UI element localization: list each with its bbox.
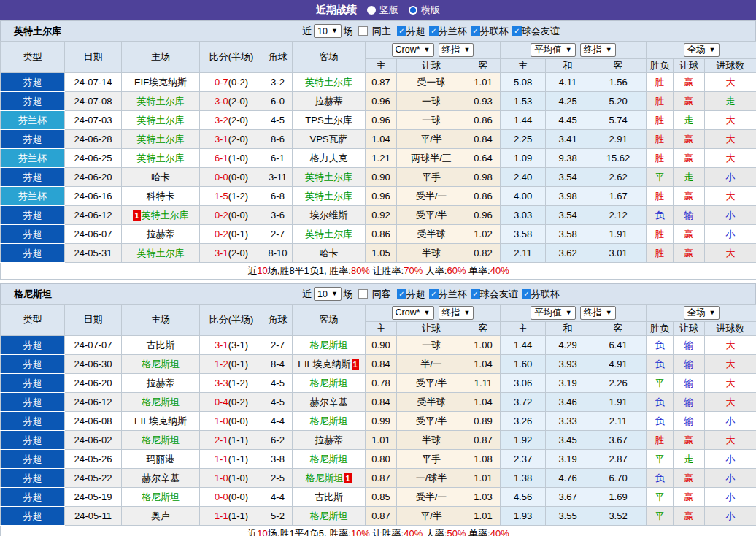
league-type-badge: 芬超 — [1, 469, 65, 488]
same-venue-checkbox[interactable] — [358, 289, 368, 299]
score-cell: 1-1(1-1) — [200, 450, 263, 469]
avg-home: 1.44 — [501, 336, 546, 355]
away-team-name[interactable]: EIF埃克纳斯 — [298, 359, 350, 370]
home-team-name[interactable]: 英特土尔库 — [142, 210, 189, 221]
games-count-select[interactable]: 10▼ — [314, 24, 342, 38]
away-team-name[interactable]: 格尼斯坦 — [310, 453, 348, 464]
avg-draw: 3.45 — [546, 431, 590, 450]
league-filter-checkbox[interactable]: ✓ — [512, 26, 522, 36]
league-filter-checkbox[interactable]: ✓ — [397, 26, 406, 36]
layout-option-vertical[interactable]: 竖版 — [367, 4, 398, 17]
bookmaker-select[interactable]: Crow*▼ — [392, 306, 434, 320]
league-filter-checkbox[interactable]: ✓ — [429, 289, 439, 299]
away-team-name[interactable]: 格尼斯坦 — [310, 340, 348, 351]
average-select[interactable]: 平均值▼ — [531, 43, 575, 57]
away-team-name[interactable]: TPS土尔库 — [305, 115, 352, 126]
home-team-name[interactable]: 赫尔辛基 — [142, 472, 180, 483]
away-team-name[interactable]: 拉赫蒂 — [315, 96, 343, 107]
team-section-home: 英特土尔库 近 10▼ 场 同主 ✓芬超✓芬兰杯✓芬联杯✓球会友谊 类型 日期 … — [0, 20, 756, 280]
league-filter-checkbox[interactable]: ✓ — [471, 26, 480, 36]
away-team-name[interactable]: VPS瓦萨 — [309, 134, 347, 145]
final-europe-select[interactable]: 终指▼ — [580, 306, 616, 320]
halftime-score: (0-2) — [228, 397, 248, 407]
home-team-name[interactable]: 古比斯 — [147, 340, 175, 351]
away-team-name[interactable]: 英特土尔库 — [305, 229, 352, 240]
league-filters: ✓芬超✓芬兰杯✓球会友谊✓芬联杯 — [393, 288, 560, 301]
bookmaker-value: Crow* — [396, 307, 420, 318]
league-filter-checkbox[interactable]: ✓ — [471, 289, 480, 299]
col-corner: 角球 — [263, 305, 293, 336]
corners-cell: 6-1 — [263, 149, 293, 168]
odds-handicap: 平手 — [397, 168, 466, 187]
away-team-name[interactable]: 格尼斯坦 — [310, 510, 348, 521]
score-cell: 1-2(0-1) — [200, 355, 263, 374]
away-team-name[interactable]: 埃尔维斯 — [310, 210, 348, 221]
away-team-name[interactable]: 英特土尔库 — [305, 77, 352, 88]
chevron-down-icon: ▼ — [464, 47, 471, 53]
home-team-name[interactable]: EIF埃克纳斯 — [134, 77, 187, 88]
col-avg-draw: 和 — [546, 322, 590, 336]
home-team-name[interactable]: 格尼斯坦 — [142, 359, 180, 370]
away-team-name[interactable]: 英特土尔库 — [305, 172, 352, 183]
home-team-name[interactable]: 英特土尔库 — [137, 96, 185, 107]
summary-part: 70% — [404, 265, 423, 276]
avg-away: 3.67 — [590, 431, 647, 450]
odds-handicap: 一球 — [397, 92, 466, 111]
league-filter-checkbox[interactable]: ✓ — [429, 26, 439, 36]
home-team-name[interactable]: 格尼斯坦 — [142, 491, 180, 502]
away-team-name[interactable]: 格尼斯坦 — [310, 416, 348, 426]
home-team-name[interactable]: 英特土尔库 — [137, 248, 185, 259]
away-team-name[interactable]: 英特土尔库 — [305, 191, 352, 202]
avg-draw: 4.76 — [546, 469, 590, 488]
same-venue-checkbox[interactable] — [358, 26, 368, 36]
match-row: 芬超24-05-26玛丽港1-1(1-1)3-8格尼斯坦0.80平手1.082.… — [1, 450, 756, 469]
league-filter-checkbox[interactable]: ✓ — [522, 289, 531, 299]
avg-draw: 3.19 — [546, 374, 590, 393]
home-team-name[interactable]: 英特土尔库 — [137, 134, 185, 145]
avg-home: 1.92 — [501, 431, 546, 450]
bookmaker-select[interactable]: Crow*▼ — [392, 43, 434, 57]
league-type-badge: 芬超 — [1, 355, 65, 374]
home-team-name[interactable]: EIF埃克纳斯 — [134, 416, 187, 426]
league-filter-checkbox[interactable]: ✓ — [397, 289, 406, 299]
avg-draw: 3.67 — [546, 488, 590, 507]
radio-horizontal-icon[interactable] — [409, 6, 417, 15]
home-team-name[interactable]: 英特土尔库 — [137, 115, 185, 126]
home-team-cell: 格尼斯坦 — [122, 393, 200, 412]
fulltime-score: 1-5 — [215, 191, 228, 202]
fulltime-score: 3-1 — [215, 248, 228, 259]
home-team-name[interactable]: 拉赫蒂 — [147, 378, 175, 388]
away-team-name[interactable]: 哈卡 — [320, 248, 339, 259]
home-team-name[interactable]: 格尼斯坦 — [142, 397, 180, 407]
chevron-down-icon: ▼ — [331, 28, 338, 34]
home-team-name[interactable]: 科特卡 — [147, 191, 175, 202]
scope-select[interactable]: 全场▼ — [684, 306, 720, 320]
away-team-name[interactable]: 拉赫蒂 — [315, 434, 343, 445]
final-europe-select[interactable]: 终指▼ — [580, 43, 616, 57]
away-team-name[interactable]: 格尼斯坦 — [310, 378, 348, 388]
corners-cell: 8-4 — [263, 355, 293, 374]
avg-home: 4.00 — [501, 187, 546, 206]
games-count-select[interactable]: 10▼ — [314, 287, 342, 301]
final-odds-select[interactable]: 终指▼ — [439, 43, 474, 57]
final-odds-select[interactable]: 终指▼ — [439, 306, 474, 320]
home-team-name[interactable]: 拉赫蒂 — [147, 229, 175, 240]
scope-select[interactable]: 全场▼ — [684, 43, 720, 57]
home-team-name[interactable]: 格尼斯坦 — [142, 434, 180, 445]
home-team-name[interactable]: 英特土尔库 — [137, 153, 185, 164]
avg-draw: 3.62 — [546, 244, 590, 263]
fulltime-score: 1-0 — [215, 416, 228, 426]
home-team-name[interactable]: 奥卢 — [151, 510, 170, 521]
average-select[interactable]: 平均值▼ — [531, 306, 575, 320]
match-row: 芬超24-06-20哈卡0-0(0-0)3-11英特土尔库0.90平手0.982… — [1, 168, 756, 187]
radio-vertical-icon[interactable] — [367, 6, 376, 15]
away-team-name[interactable]: 格力夫克 — [310, 153, 348, 164]
home-team-cell: 古比斯 — [122, 336, 200, 355]
layout-option-horizontal[interactable]: 横版 — [409, 4, 440, 17]
avg-home: 1.93 — [501, 507, 546, 526]
home-team-name[interactable]: 哈卡 — [151, 172, 170, 183]
away-team-name[interactable]: 赫尔辛基 — [310, 397, 348, 407]
away-team-name[interactable]: 格尼斯坦 — [305, 472, 343, 483]
away-team-name[interactable]: 古比斯 — [315, 491, 343, 502]
home-team-name[interactable]: 玛丽港 — [147, 453, 175, 464]
